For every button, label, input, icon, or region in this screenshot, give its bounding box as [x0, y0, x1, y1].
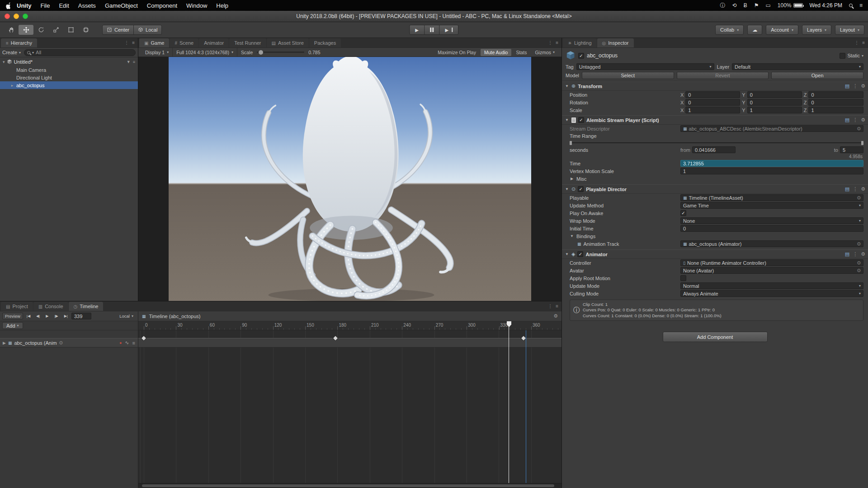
add-component-button[interactable]: Add Component — [663, 332, 768, 342]
timeline-track-header[interactable]: ▶ ▦ abc_octopus (Anim ⊙ ● ∿ ≡ — [0, 338, 138, 347]
model-select-button[interactable]: Select — [582, 72, 674, 79]
object-picker-icon[interactable]: ⊙ — [857, 260, 861, 265]
play-button[interactable]: ▶ — [410, 25, 425, 34]
timeline-track-row[interactable] — [138, 338, 561, 347]
alembic-enabled-checkbox[interactable] — [578, 117, 584, 123]
current-frame-field[interactable]: 339 — [71, 313, 91, 319]
goto-start-button[interactable]: |◀ — [24, 314, 33, 319]
initial-time-field[interactable]: 0 — [680, 225, 863, 232]
minmax-handle-left[interactable] — [570, 141, 572, 145]
hierarchy-scene-row[interactable]: ▾ Untitled* ▼≡ — [0, 58, 138, 66]
object-picker-icon[interactable]: ⊙ — [857, 195, 861, 200]
layer-dropdown[interactable]: Default▾ — [732, 63, 863, 70]
time-machine-icon[interactable]: ⟲ — [732, 2, 737, 9]
tab-game[interactable]: ▣Game — [139, 38, 169, 47]
panel-menu-icon[interactable]: ≡ — [132, 40, 135, 45]
stream-descriptor-field[interactable]: ▦abc_octopus_ABCDesc (AlembicStreamDescr… — [680, 125, 863, 132]
keyframe-diamond[interactable] — [521, 336, 526, 341]
object-picker-icon[interactable]: ⊙ — [857, 268, 861, 273]
step-button[interactable]: ▶ — [440, 25, 458, 34]
time-range-minmax-slider[interactable] — [570, 139, 863, 146]
panel-list-icon[interactable]: ≡ — [556, 40, 558, 45]
gear-icon[interactable]: ⚙ — [553, 313, 558, 319]
tab-inspector[interactable]: ◎Inspector — [597, 38, 634, 47]
foldout-icon[interactable]: ▸ — [10, 83, 14, 88]
tab-timeline[interactable]: ◷Timeline — [69, 302, 104, 311]
account-dropdown[interactable]: Account▾ — [766, 25, 798, 35]
minmax-handle-right[interactable] — [861, 141, 863, 145]
update-method-dropdown[interactable]: Game Time▾ — [680, 202, 863, 209]
controller-field[interactable]: ▯None (Runtime Animator Controller)⊙ — [680, 259, 863, 266]
help-book-icon[interactable]: ▤ — [845, 251, 849, 257]
preset-icon[interactable]: ⋮ — [853, 186, 858, 192]
panel-menu-icon[interactable]: ≡ — [862, 40, 865, 45]
menu-edit[interactable]: Edit — [54, 2, 73, 9]
input-source-icon[interactable]: ⚑ — [754, 2, 759, 9]
help-circle-icon[interactable]: ⓘ — [720, 2, 726, 9]
misc-foldout-row[interactable]: ▶Misc — [562, 175, 868, 183]
menubar-clock[interactable]: Wed 4:26 PM — [810, 2, 842, 9]
rotation-y-field[interactable]: 0 — [747, 99, 802, 106]
menu-window[interactable]: Window — [182, 2, 212, 9]
preset-icon[interactable]: ⋮ — [853, 117, 858, 123]
tab-project[interactable]: ▤Project — [1, 302, 33, 311]
move-tool-button[interactable] — [19, 25, 33, 35]
to-field[interactable]: 5 — [840, 146, 863, 153]
object-picker-icon[interactable]: ⊙ — [857, 126, 861, 131]
menu-file[interactable]: File — [36, 2, 55, 9]
culling-mode-dropdown[interactable]: Always Animate▾ — [680, 290, 863, 297]
spotlight-search-icon[interactable] — [849, 4, 853, 7]
apply-root-motion-checkbox[interactable] — [680, 275, 686, 281]
hierarchy-search-input[interactable]: ▾All — [24, 49, 136, 56]
aspect-dropdown[interactable]: Full 1024 4:3 (1024x768)▾ — [173, 48, 237, 56]
pause-button[interactable] — [425, 25, 440, 34]
layers-dropdown[interactable]: Layers▾ — [802, 25, 831, 35]
tab-test-runner[interactable]: Test Runner — [229, 38, 266, 47]
position-z-field[interactable]: 0 — [808, 91, 863, 98]
minimize-window-button[interactable] — [14, 14, 19, 19]
transform-combined-tool-button[interactable] — [78, 25, 93, 35]
track-foldout-icon[interactable]: ▶ — [3, 341, 6, 345]
hand-tool-button[interactable] — [4, 25, 19, 35]
collab-dropdown[interactable]: Collab▾ — [715, 25, 744, 35]
scale-slider-knob[interactable] — [259, 50, 263, 55]
play-on-awake-checkbox[interactable] — [680, 210, 686, 216]
tag-dropdown[interactable]: Untagged▾ — [576, 63, 714, 70]
animator-enabled-checkbox[interactable] — [577, 251, 583, 257]
scene-fold-icon[interactable]: ▼ — [127, 60, 131, 64]
bluetooth-icon[interactable]: Ƀ — [744, 2, 747, 9]
position-x-field[interactable]: 0 — [685, 91, 740, 98]
timeline-play-button[interactable]: ▶ — [43, 314, 51, 319]
timeline-hscrollbar[interactable] — [138, 483, 561, 488]
display-mirroring-icon[interactable]: ▭ — [765, 2, 770, 9]
wrap-mode-dropdown[interactable]: None▾ — [680, 217, 863, 224]
model-open-button[interactable]: Open — [771, 72, 863, 79]
bindings-foldout-row[interactable]: ▼Bindings — [562, 232, 868, 240]
preset-icon[interactable]: ⋮ — [853, 83, 858, 89]
keyframe-diamond[interactable] — [333, 336, 338, 341]
timeline-ruler[interactable]: 0306090120150180210240270300330360 — [138, 321, 561, 330]
next-frame-button[interactable]: |▶ — [52, 314, 60, 319]
gizmos-dropdown[interactable]: Gizmos▾ — [531, 49, 558, 56]
curves-icon[interactable]: ∿ — [125, 340, 129, 346]
foldout-icon[interactable]: ▼ — [565, 187, 569, 191]
tab-animator[interactable]: Animator — [199, 38, 229, 47]
game-render-viewport[interactable] — [169, 57, 531, 301]
menu-assets[interactable]: Assets — [74, 2, 100, 9]
alembic-component-header[interactable]: ▼ Alembic Stream Player (Script) ▤⋮⚙ — [562, 115, 868, 125]
static-dropdown[interactable]: Static ▾ — [840, 53, 863, 59]
mute-audio-button[interactable]: Mute Audio — [481, 49, 512, 56]
hierarchy-item-abc_octopus[interactable]: ▸abc_octopus — [0, 81, 138, 89]
tab-asset-store[interactable]: ▤Asset Store — [267, 38, 309, 47]
director-component-header[interactable]: ▼ ⊙ Playable Director ▤⋮⚙ — [562, 184, 868, 194]
panel-menu-icon[interactable]: ⋮ — [548, 304, 552, 309]
animation-track-binding-field[interactable]: ▦abc_octopus (Animator)⊙ — [680, 240, 863, 247]
preset-icon[interactable]: ⋮ — [853, 251, 858, 257]
tab-lighting[interactable]: ☀Lighting — [563, 38, 597, 47]
time-ref-dropdown[interactable]: Local▾ — [117, 313, 136, 319]
timeline-playhead[interactable] — [509, 321, 509, 483]
gameobject-active-checkbox[interactable] — [578, 53, 584, 59]
foldout-icon[interactable]: ▶ — [570, 177, 574, 181]
scale-tool-button[interactable] — [48, 25, 63, 35]
static-checkbox[interactable] — [840, 53, 845, 59]
